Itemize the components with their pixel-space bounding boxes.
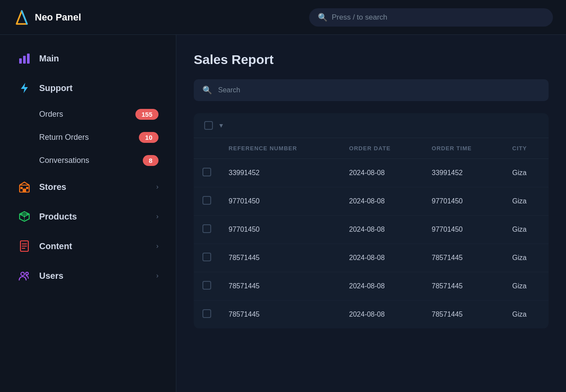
row-checkbox-cell[interactable] (194, 244, 220, 272)
return-orders-label: Return Orders (39, 133, 89, 142)
svg-point-15 (26, 272, 28, 275)
sales-table: REFERENCE NUMBER ORDER DATE ORDER TIME C… (194, 138, 549, 328)
col-checkbox (194, 138, 220, 159)
cell-city: Giza (504, 159, 549, 187)
users-arrow-icon: › (156, 272, 158, 280)
table-row: 78571445 2024-08-08 78571445 Giza (194, 301, 549, 329)
cell-city: Giza (504, 272, 549, 301)
cell-time: 78571445 (423, 272, 504, 301)
sidebar-item-users[interactable]: Users › (0, 261, 176, 291)
row-checkbox[interactable] (202, 196, 211, 205)
cell-city: Giza (504, 244, 549, 272)
cell-date: 2024-08-08 (340, 301, 423, 329)
cell-ref: 97701450 (220, 187, 340, 216)
sidebar-item-content[interactable]: Content › (0, 231, 176, 261)
cell-date: 2024-08-08 (340, 187, 423, 216)
logo-icon (13, 9, 30, 26)
sidebar-label-main: Main (39, 54, 158, 64)
table-row: 78571445 2024-08-08 78571445 Giza (194, 272, 549, 301)
table-row: 97701450 2024-08-08 97701450 Giza (194, 187, 549, 216)
document-icon (17, 239, 31, 253)
row-checkbox-cell[interactable] (194, 216, 220, 244)
row-checkbox-cell[interactable] (194, 159, 220, 187)
cell-city: Giza (504, 187, 549, 216)
svg-point-14 (21, 272, 24, 276)
row-checkbox[interactable] (202, 309, 211, 318)
table-row: 33991452 2024-08-08 33991452 Giza (194, 159, 549, 187)
sidebar: Main Support Orders 155 Return Orders 10… (0, 35, 176, 392)
building-icon (17, 180, 31, 194)
col-order-time: ORDER TIME (423, 138, 504, 159)
cell-time: 97701450 (423, 216, 504, 244)
content-area: Sales Report 🔍 ▼ REFERENCE NUMBER ORDER … (176, 35, 566, 392)
sidebar-item-products[interactable]: Products › (0, 202, 176, 231)
products-arrow-icon: › (156, 213, 158, 220)
global-search-input[interactable] (332, 13, 544, 22)
svg-rect-4 (27, 54, 30, 64)
sidebar-item-main[interactable]: Main (0, 44, 176, 73)
row-checkbox[interactable] (202, 224, 211, 233)
cell-city: Giza (504, 216, 549, 244)
svg-marker-5 (21, 83, 28, 93)
cell-date: 2024-08-08 (340, 159, 423, 187)
svg-line-1 (22, 11, 27, 24)
table-body: 33991452 2024-08-08 33991452 Giza 977014… (194, 159, 549, 329)
cell-time: 97701450 (423, 187, 504, 216)
cell-date: 2024-08-08 (340, 272, 423, 301)
row-checkbox[interactable] (202, 253, 211, 261)
logo-area: Neo Panel (13, 9, 81, 26)
global-search-bar[interactable]: 🔍 (309, 8, 553, 27)
row-checkbox-cell[interactable] (194, 301, 220, 329)
cell-city: Giza (504, 301, 549, 329)
row-checkbox[interactable] (202, 281, 211, 290)
content-arrow-icon: › (156, 242, 158, 250)
lightning-icon (17, 81, 31, 95)
table-toolbar: ▼ (194, 113, 549, 138)
sidebar-subitem-return-orders[interactable]: Return Orders 10 (0, 126, 176, 149)
app-name: Neo Panel (35, 12, 81, 23)
stores-arrow-icon: › (156, 183, 158, 191)
main-layout: Main Support Orders 155 Return Orders 10… (0, 35, 566, 392)
conversations-badge: 8 (143, 155, 158, 166)
content-search-bar[interactable]: 🔍 (194, 79, 549, 101)
sidebar-label-content: Content (39, 241, 148, 251)
cell-date: 2024-08-08 (340, 216, 423, 244)
search-icon: 🔍 (318, 13, 327, 22)
table-row: 97701450 2024-08-08 97701450 Giza (194, 216, 549, 244)
table-row: 78571445 2024-08-08 78571445 Giza (194, 244, 549, 272)
orders-label: Orders (39, 110, 63, 119)
cell-ref: 97701450 (220, 216, 340, 244)
cell-ref: 78571445 (220, 301, 340, 329)
page-title: Sales Report (194, 52, 549, 67)
sidebar-subitem-orders[interactable]: Orders 155 (0, 103, 176, 126)
users-icon (17, 269, 31, 283)
sidebar-subitem-conversations[interactable]: Conversations 8 (0, 149, 176, 172)
row-checkbox-cell[interactable] (194, 187, 220, 216)
sales-table-container: ▼ REFERENCE NUMBER ORDER DATE ORDER TIME… (194, 113, 549, 328)
select-all-checkbox[interactable] (204, 121, 213, 130)
sidebar-label-users: Users (39, 271, 148, 281)
chevron-down-icon[interactable]: ▼ (218, 122, 224, 129)
svg-rect-7 (23, 189, 26, 192)
sidebar-label-support: Support (39, 83, 158, 93)
svg-rect-2 (19, 58, 22, 64)
svg-rect-8 (20, 187, 23, 189)
col-city: CITY (504, 138, 549, 159)
cell-date: 2024-08-08 (340, 244, 423, 272)
row-checkbox-cell[interactable] (194, 272, 220, 301)
orders-badge: 155 (135, 109, 158, 120)
row-checkbox[interactable] (202, 168, 211, 176)
svg-rect-9 (26, 187, 28, 189)
chart-icon (17, 51, 31, 65)
col-reference-number: REFERENCE NUMBER (220, 138, 340, 159)
sidebar-item-support[interactable]: Support (0, 73, 176, 103)
cell-time: 78571445 (423, 301, 504, 329)
cell-time: 33991452 (423, 159, 504, 187)
sidebar-label-products: Products (39, 212, 148, 222)
cell-ref: 78571445 (220, 272, 340, 301)
svg-rect-3 (23, 56, 26, 64)
return-orders-badge: 10 (139, 132, 158, 143)
topnav: Neo Panel 🔍 (0, 0, 566, 35)
sidebar-item-stores[interactable]: Stores › (0, 172, 176, 202)
content-search-input[interactable] (218, 86, 540, 94)
